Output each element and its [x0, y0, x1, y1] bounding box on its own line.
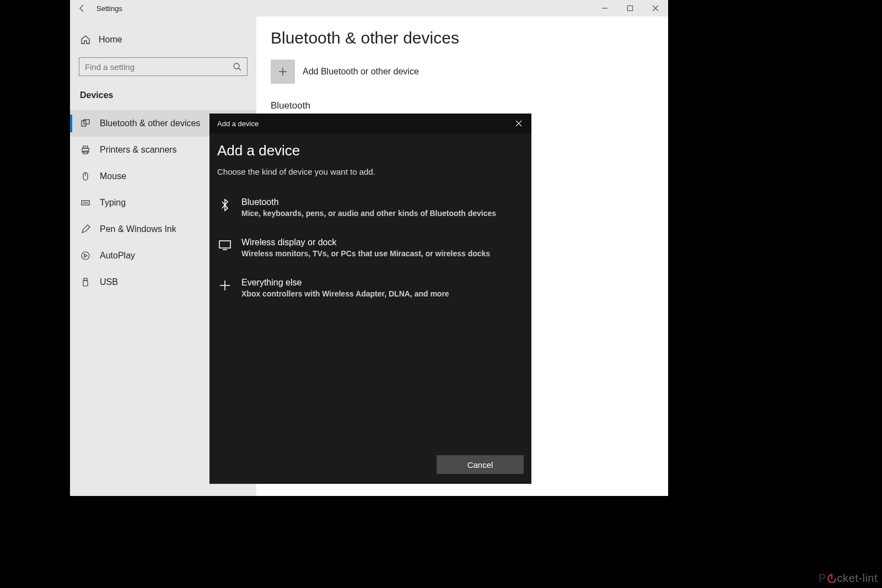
search-box[interactable] — [79, 57, 248, 76]
minimize-button[interactable] — [592, 0, 617, 17]
svg-rect-17 — [84, 278, 87, 280]
dialog-footer: Cancel — [209, 455, 531, 484]
maximize-button[interactable] — [617, 0, 643, 17]
home-label: Home — [99, 35, 122, 45]
search-input[interactable] — [85, 62, 233, 72]
dialog-body: Add a device Choose the kind of device y… — [209, 133, 531, 455]
svg-line-5 — [239, 68, 241, 71]
option-title: Bluetooth — [241, 197, 523, 207]
watermark-rest: cket-lint — [837, 572, 878, 585]
sidebar-item-label: Pen & Windows Ink — [100, 224, 176, 234]
pen-icon — [80, 224, 91, 235]
section-header-bluetooth: Bluetooth — [271, 100, 654, 111]
plus-icon — [218, 279, 232, 292]
option-texts: Everything else Xbox controllers with Wi… — [241, 278, 523, 298]
search-icon — [233, 62, 241, 71]
sidebar-item-label: Mouse — [100, 171, 126, 181]
dialog-subtitle: Choose the kind of device you want to ad… — [217, 167, 524, 176]
search-wrap — [70, 51, 256, 87]
window-title: Settings — [96, 4, 122, 13]
svg-point-4 — [234, 63, 239, 69]
display-icon — [218, 239, 232, 252]
bluetooth-icon — [218, 198, 232, 212]
page-title: Bluetooth & other devices — [271, 29, 654, 47]
option-title: Everything else — [241, 278, 523, 288]
svg-rect-13 — [82, 201, 89, 205]
svg-point-16 — [82, 252, 89, 260]
sidebar-item-label: Bluetooth & other devices — [100, 118, 200, 128]
dialog-option-wireless-display[interactable]: Wireless display or dock Wireless monito… — [217, 230, 524, 270]
option-desc: Xbox controllers with Wireless Adapter, … — [241, 289, 523, 298]
dialog-heading: Add a device — [217, 142, 524, 159]
option-title: Wireless display or dock — [241, 238, 523, 247]
watermark-p: P — [819, 572, 826, 585]
sidebar-item-label: Typing — [100, 198, 126, 208]
dialog-close-button[interactable] — [506, 114, 531, 133]
sidebar-category: Devices — [70, 87, 256, 110]
watermark: P cket-lint — [819, 572, 878, 585]
cancel-label: Cancel — [467, 460, 493, 470]
add-tile — [271, 60, 295, 84]
sidebar-item-home[interactable]: Home — [70, 29, 256, 51]
mouse-icon — [80, 171, 91, 182]
home-icon — [80, 34, 91, 45]
option-desc: Wireless monitors, TVs, or PCs that use … — [241, 249, 523, 258]
svg-rect-23 — [219, 241, 230, 248]
usb-icon — [80, 277, 91, 288]
printer-icon — [80, 144, 91, 155]
dialog-option-everything-else[interactable]: Everything else Xbox controllers with Wi… — [217, 270, 524, 310]
cancel-button[interactable]: Cancel — [437, 455, 524, 474]
add-device-label: Add Bluetooth or other device — [303, 67, 419, 77]
add-device-row[interactable]: Add Bluetooth or other device — [271, 60, 654, 84]
window-controls — [592, 0, 668, 17]
sidebar-item-label: AutoPlay — [100, 251, 135, 261]
svg-rect-1 — [628, 6, 633, 11]
add-device-dialog: Add a device Add a device Choose the kin… — [209, 114, 531, 484]
bluetooth-devices-icon — [80, 118, 91, 129]
option-desc: Mice, keyboards, pens, or audio and othe… — [241, 209, 523, 218]
option-texts: Bluetooth Mice, keyboards, pens, or audi… — [241, 197, 523, 218]
svg-rect-9 — [83, 146, 88, 148]
dialog-option-bluetooth[interactable]: Bluetooth Mice, keyboards, pens, or audi… — [217, 190, 524, 230]
svg-rect-18 — [83, 280, 88, 286]
autoplay-icon — [80, 250, 91, 261]
dialog-titlebar-text: Add a device — [217, 120, 259, 128]
dialog-titlebar: Add a device — [209, 114, 531, 133]
close-button[interactable] — [643, 0, 668, 17]
back-button[interactable] — [70, 0, 94, 17]
sidebar-item-label: USB — [100, 277, 118, 287]
svg-rect-7 — [84, 120, 89, 124]
option-texts: Wireless display or dock Wireless monito… — [241, 238, 523, 258]
keyboard-icon — [80, 197, 91, 208]
sidebar-item-label: Printers & scanners — [100, 145, 177, 155]
titlebar: Settings — [70, 0, 668, 17]
